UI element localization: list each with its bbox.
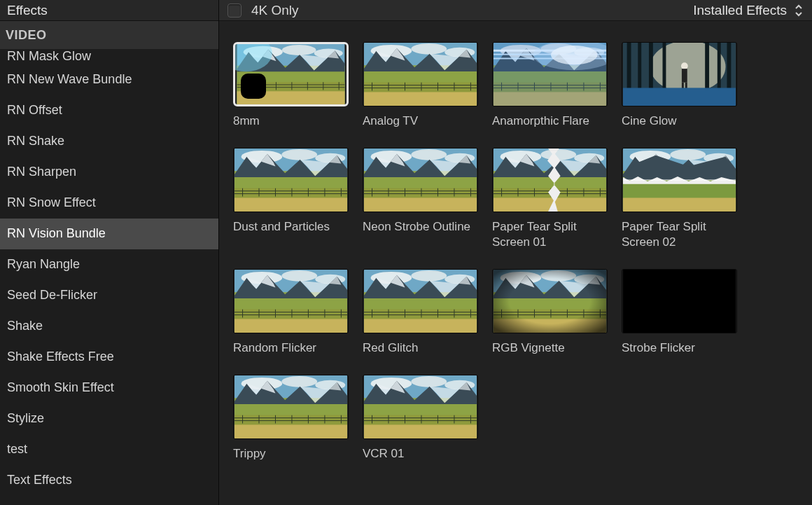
effect-thumbnail[interactable] bbox=[233, 269, 349, 333]
category-label: Shake bbox=[7, 319, 43, 333]
effects-grid[interactable]: 8mmAnalog TVAnamorpthic FlareCine GlowDu… bbox=[219, 21, 812, 505]
effect-label: Random Flicker bbox=[233, 340, 349, 355]
category-item[interactable]: RN Sharpen bbox=[0, 157, 218, 188]
effect-item[interactable]: RGB Vignette bbox=[492, 269, 608, 355]
browser-toolbar: 4K Only Installed Effects bbox=[219, 0, 812, 21]
category-list[interactable]: RN Mask GlowRN New Wave BundleRN OffsetR… bbox=[0, 49, 218, 505]
effect-thumbnail[interactable] bbox=[363, 269, 478, 333]
category-label: Smooth Skin Effect bbox=[7, 380, 114, 395]
category-label: Text Effects bbox=[7, 473, 72, 487]
effect-label: Neon Strobe Outline bbox=[363, 219, 478, 234]
category-item[interactable]: Smooth Skin Effect bbox=[0, 373, 218, 403]
category-item[interactable]: test bbox=[0, 434, 218, 465]
effect-thumbnail[interactable] bbox=[622, 148, 737, 212]
category-label: Shake Effects Free bbox=[7, 350, 114, 364]
category-label: RN Mask Glow bbox=[7, 49, 91, 64]
effect-label: Trippy bbox=[233, 446, 349, 461]
effects-browser: Effects VIDEO RN Mask GlowRN New Wave Bu… bbox=[0, 0, 812, 505]
effect-label: Paper Tear Split Screen 02 bbox=[622, 219, 737, 249]
effect-label: Paper Tear Split Screen 01 bbox=[492, 219, 608, 249]
effect-thumbnail[interactable] bbox=[622, 269, 737, 333]
effect-label: Dust and Particles bbox=[233, 219, 349, 234]
effect-thumbnail[interactable] bbox=[622, 42, 737, 106]
effect-label: Analog TV bbox=[363, 113, 478, 128]
sidebar: Effects VIDEO RN Mask GlowRN New Wave Bu… bbox=[0, 0, 219, 505]
category-label: RN Shake bbox=[7, 134, 64, 148]
effect-item[interactable]: Paper Tear Split Screen 02 bbox=[622, 148, 737, 249]
4k-only-label: 4K Only bbox=[251, 3, 299, 18]
panel-title: Effects bbox=[0, 0, 218, 21]
effect-label: Cine Glow bbox=[622, 113, 737, 128]
effect-thumbnail[interactable] bbox=[363, 375, 478, 439]
category-item[interactable]: Seed De-Flicker bbox=[0, 280, 218, 311]
category-label: Seed De-Flicker bbox=[7, 288, 97, 303]
effect-item[interactable]: Paper Tear Split Screen 01 bbox=[492, 148, 608, 249]
effect-item[interactable]: Dust and Particles bbox=[233, 148, 349, 249]
4k-only-checkbox[interactable] bbox=[227, 4, 241, 18]
category-item[interactable]: RN New Wave Bundle bbox=[0, 64, 218, 95]
effect-item[interactable]: Cine Glow bbox=[622, 42, 737, 128]
category-group-heading: VIDEO bbox=[0, 21, 218, 49]
category-item[interactable]: RN Shake bbox=[0, 126, 218, 157]
category-label: Stylize bbox=[7, 411, 44, 426]
category-item[interactable]: RN Mask Glow bbox=[0, 49, 218, 64]
effect-thumbnail[interactable] bbox=[233, 375, 349, 439]
effect-thumbnail[interactable] bbox=[233, 42, 349, 106]
effect-item[interactable]: Analog TV bbox=[363, 42, 478, 128]
effect-item[interactable]: Anamorpthic Flare bbox=[492, 42, 608, 128]
category-label: RN Snow Effect bbox=[7, 195, 96, 210]
effect-thumbnail[interactable] bbox=[492, 42, 608, 106]
effect-label: Anamorpthic Flare bbox=[492, 113, 608, 128]
main-panel: 4K Only Installed Effects 8mmAnalog TVAn… bbox=[219, 0, 812, 505]
effect-label: VCR 01 bbox=[363, 446, 478, 461]
effect-thumbnail[interactable] bbox=[492, 269, 608, 333]
category-item[interactable]: Ryan Nangle bbox=[0, 249, 218, 280]
category-label: RN New Wave Bundle bbox=[7, 72, 132, 87]
effect-label: RGB Vignette bbox=[492, 340, 608, 355]
category-label: Ryan Nangle bbox=[7, 257, 80, 272]
category-label: RN Vision Bundle bbox=[7, 226, 106, 241]
category-item[interactable]: Text Effects bbox=[0, 465, 218, 496]
category-item[interactable]: Shake bbox=[0, 311, 218, 342]
effect-item[interactable]: Trippy bbox=[233, 375, 349, 461]
effect-label: 8mm bbox=[233, 113, 349, 128]
category-item[interactable]: RN Offset bbox=[0, 95, 218, 126]
category-item[interactable]: RN Snow Effect bbox=[0, 188, 218, 219]
installed-effects-dropdown[interactable]: Installed Effects bbox=[693, 3, 804, 18]
effect-label: Red Glitch bbox=[363, 340, 478, 355]
effect-item[interactable]: Red Glitch bbox=[363, 269, 478, 355]
effect-item[interactable]: VCR 01 bbox=[363, 375, 478, 461]
effect-thumbnail[interactable] bbox=[363, 42, 478, 106]
preview-overlay-icon bbox=[241, 74, 266, 99]
effect-item[interactable]: Neon Strobe Outline bbox=[363, 148, 478, 249]
category-item[interactable]: Stylize bbox=[0, 403, 218, 434]
category-label: RN Offset bbox=[7, 103, 62, 118]
effect-item[interactable]: Strobe Flicker bbox=[622, 269, 737, 355]
effect-item[interactable]: 8mm bbox=[233, 42, 349, 128]
effect-thumbnail[interactable] bbox=[492, 148, 608, 212]
up-down-chevron-icon bbox=[794, 4, 804, 17]
effect-thumbnail[interactable] bbox=[233, 148, 349, 212]
effect-label: Strobe Flicker bbox=[622, 340, 737, 355]
effect-item[interactable]: Random Flicker bbox=[233, 269, 349, 355]
svg-rect-1 bbox=[623, 270, 736, 333]
category-item[interactable]: Shake Effects Free bbox=[0, 342, 218, 373]
effect-thumbnail[interactable] bbox=[363, 148, 478, 212]
category-item[interactable]: RN Vision Bundle bbox=[0, 219, 218, 249]
category-label: RN Sharpen bbox=[7, 165, 76, 179]
dropdown-label: Installed Effects bbox=[693, 3, 787, 18]
category-label: test bbox=[7, 442, 27, 457]
